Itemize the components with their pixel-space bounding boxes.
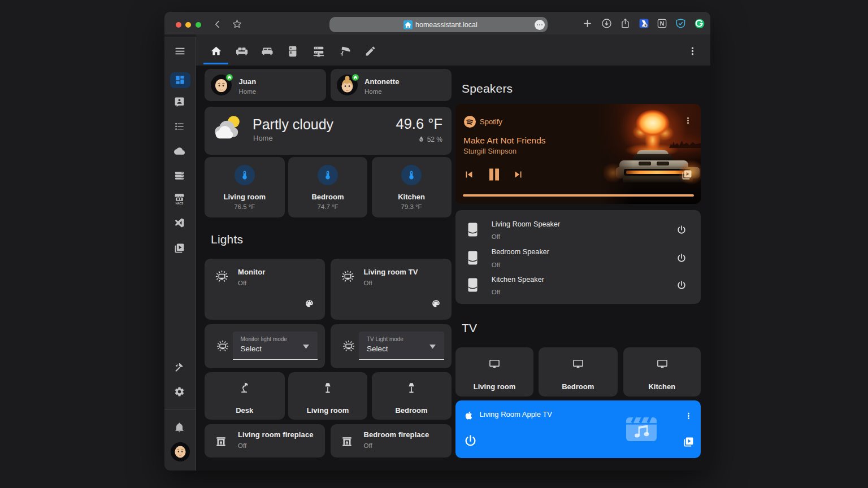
svg-text:HACS: HACS [176, 202, 183, 204]
